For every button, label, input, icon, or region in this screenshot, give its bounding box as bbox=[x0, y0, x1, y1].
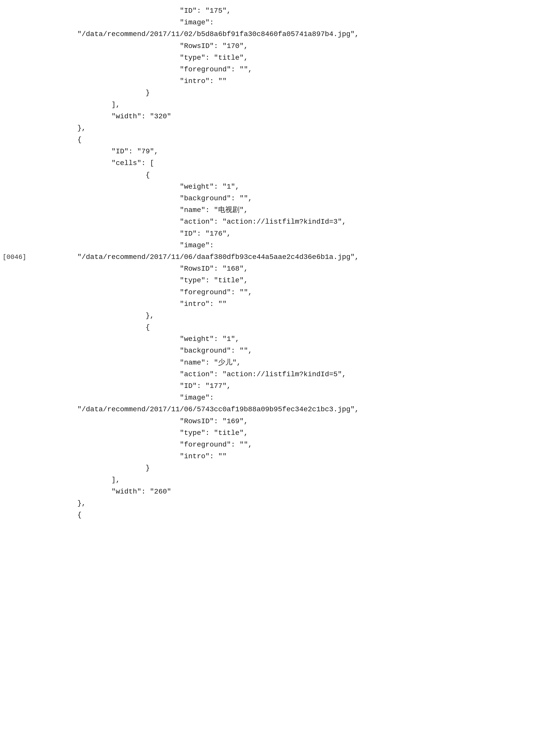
code-line: "foreground": "", bbox=[33, 439, 543, 451]
code-line: "action": "action://listfilm?kindId=3", bbox=[33, 216, 543, 228]
code-line: "type": "title", bbox=[33, 275, 543, 286]
code-line: "intro": "" bbox=[33, 451, 543, 462]
code-line-wrapper: "action": "action://listfilm?kindId=3", bbox=[33, 216, 543, 228]
code-line: "image": bbox=[33, 392, 543, 404]
code-line: "image": bbox=[33, 240, 543, 251]
code-line: { bbox=[33, 509, 543, 521]
code-line-wrapper: "type": "title", bbox=[33, 52, 543, 64]
code-line: "/data/recommend/2017/11/06/daaf380dfb93… bbox=[33, 251, 543, 263]
code-line-wrapper: "RowsID": "170", bbox=[33, 40, 543, 52]
code-line: ], bbox=[33, 474, 543, 486]
code-line: { bbox=[33, 322, 543, 333]
code-line-wrapper: ], bbox=[33, 99, 543, 111]
code-line: }, bbox=[33, 498, 543, 509]
code-line-wrapper: { bbox=[33, 169, 543, 181]
page-container: "ID": "175", "image": "/data/recommend/2… bbox=[0, 0, 543, 756]
code-line: { bbox=[33, 169, 543, 181]
code-line: "ID": "176", bbox=[33, 228, 543, 240]
code-line-wrapper: "cells": [ bbox=[33, 157, 543, 169]
code-line-wrapper: } bbox=[33, 462, 543, 474]
code-line: "type": "title", bbox=[33, 52, 543, 64]
code-line-wrapper: { bbox=[33, 134, 543, 146]
code-line: { bbox=[33, 134, 543, 146]
code-line: "intro": "" bbox=[33, 298, 543, 310]
code-line: "intro": "" bbox=[33, 75, 543, 87]
code-line: "ID": "177", bbox=[33, 380, 543, 392]
code-line-wrapper: "ID": "176", bbox=[33, 228, 543, 240]
code-line-wrapper: "image": bbox=[33, 392, 543, 404]
code-line-wrapper: "foreground": "", bbox=[33, 439, 543, 451]
code-line-wrapper: "RowsID": "168", bbox=[33, 263, 543, 275]
code-line: "ID": "175", bbox=[33, 5, 543, 17]
code-line-wrapper: "image": bbox=[33, 17, 543, 28]
code-line-wrapper: "ID": "177", bbox=[33, 380, 543, 392]
code-line-wrapper: "ID": "79", bbox=[33, 146, 543, 157]
code-line: "ID": "79", bbox=[33, 146, 543, 157]
code-line-wrapper: }, bbox=[33, 498, 543, 509]
code-block: "ID": "175", "image": "/data/recommend/2… bbox=[0, 5, 543, 521]
code-line: "weight": "1", bbox=[33, 333, 543, 345]
code-line-wrapper: } bbox=[33, 87, 543, 99]
code-line-wrapper: "name": "电视剧", bbox=[33, 204, 543, 216]
code-line-wrapper: "ID": "175", bbox=[33, 5, 543, 17]
code-line-wrapper: "type": "title", bbox=[33, 275, 543, 286]
code-line: }, bbox=[33, 310, 543, 322]
code-line-wrapper: }, bbox=[33, 310, 543, 322]
code-line-wrapper: "intro": "" bbox=[33, 298, 543, 310]
code-line: "name": "少儿", bbox=[33, 357, 543, 369]
code-line-wrapper: "intro": "" bbox=[33, 75, 543, 87]
code-line: "/data/recommend/2017/11/02/b5d8a6bf91fa… bbox=[33, 28, 543, 40]
code-line: "RowsID": "168", bbox=[33, 263, 543, 275]
code-line-wrapper: { bbox=[33, 509, 543, 521]
code-line-wrapper: "name": "少儿", bbox=[33, 357, 543, 369]
code-line-wrapper: "background": "", bbox=[33, 345, 543, 357]
code-line: "foreground": "", bbox=[33, 287, 543, 298]
code-line: "weight": "1", bbox=[33, 181, 543, 193]
code-line: } bbox=[33, 462, 543, 474]
code-line: "background": "", bbox=[33, 345, 543, 357]
code-line-wrapper: "width": "260" bbox=[33, 486, 543, 498]
code-line-wrapper: "type": "title", bbox=[33, 427, 543, 439]
code-line: ], bbox=[33, 99, 543, 111]
code-line: "background": "", bbox=[33, 193, 543, 204]
code-line-wrapper: "weight": "1", bbox=[33, 181, 543, 193]
code-line: "RowsID": "169", bbox=[33, 416, 543, 427]
code-line-wrapper: }, bbox=[33, 122, 543, 134]
code-line: }, bbox=[33, 122, 543, 134]
code-line: "foreground": "", bbox=[33, 64, 543, 75]
code-line: "cells": [ bbox=[33, 157, 543, 169]
code-line: "type": "title", bbox=[33, 427, 543, 439]
code-line: "action": "action://listfilm?kindId=5", bbox=[33, 369, 543, 380]
code-line-wrapper: "weight": "1", bbox=[33, 333, 543, 345]
code-line-wrapper: "foreground": "", bbox=[33, 64, 543, 75]
code-line-wrapper: "width": "320" bbox=[33, 111, 543, 122]
code-line-wrapper: { bbox=[33, 322, 543, 333]
code-line: "image": bbox=[33, 17, 543, 28]
code-line: "width": "260" bbox=[33, 486, 543, 498]
code-line-wrapper: ], bbox=[33, 474, 543, 486]
code-line: "/data/recommend/2017/11/06/5743cc0af19b… bbox=[33, 404, 543, 415]
line-label-0046: [0046] bbox=[3, 253, 26, 261]
code-line: "width": "320" bbox=[33, 111, 543, 122]
code-line-wrapper: "image": bbox=[33, 240, 543, 251]
code-line-wrapper: "/data/recommend/2017/11/06/5743cc0af19b… bbox=[33, 404, 543, 415]
code-line-wrapper: "foreground": "", bbox=[33, 287, 543, 298]
code-line: "name": "电视剧", bbox=[33, 204, 543, 216]
code-line-wrapper: "intro": "" bbox=[33, 451, 543, 462]
code-line-wrapper: "/data/recommend/2017/11/02/b5d8a6bf91fa… bbox=[33, 28, 543, 40]
code-line: "RowsID": "170", bbox=[33, 40, 543, 52]
code-line: } bbox=[33, 87, 543, 99]
code-line-wrapper: "background": "", bbox=[33, 193, 543, 204]
code-line-wrapper: [0046] "/data/recommend/2017/11/06/daaf3… bbox=[33, 251, 543, 263]
code-line-wrapper: "RowsID": "169", bbox=[33, 416, 543, 427]
code-line-wrapper: "action": "action://listfilm?kindId=5", bbox=[33, 369, 543, 380]
